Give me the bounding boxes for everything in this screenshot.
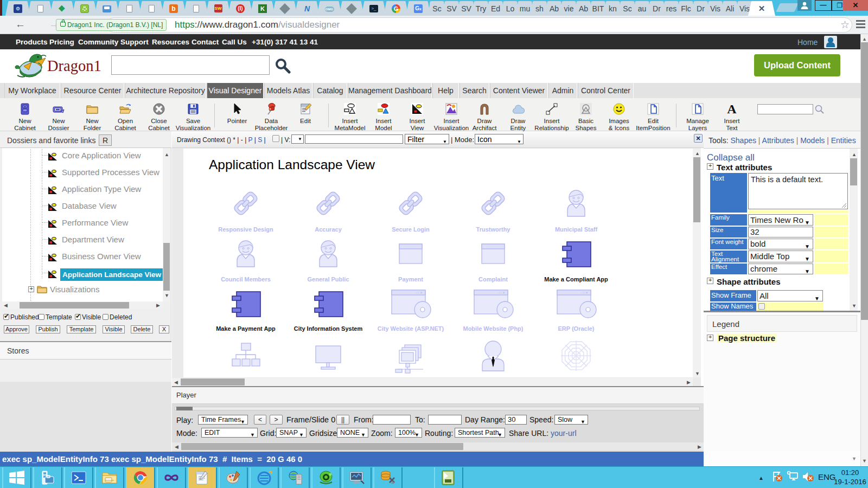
svg-text:A: A [727, 102, 737, 115]
